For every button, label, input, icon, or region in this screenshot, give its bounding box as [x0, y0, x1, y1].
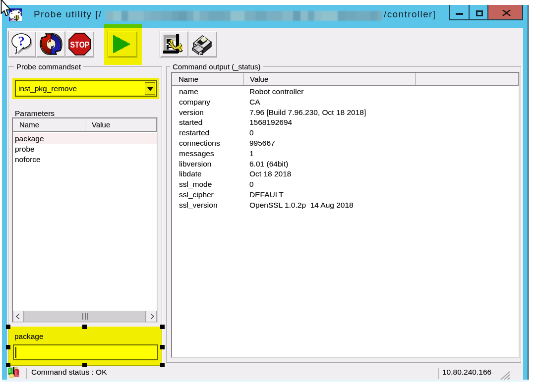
svg-text:STOP: STOP: [70, 40, 90, 49]
svg-text:?: ?: [18, 34, 25, 49]
